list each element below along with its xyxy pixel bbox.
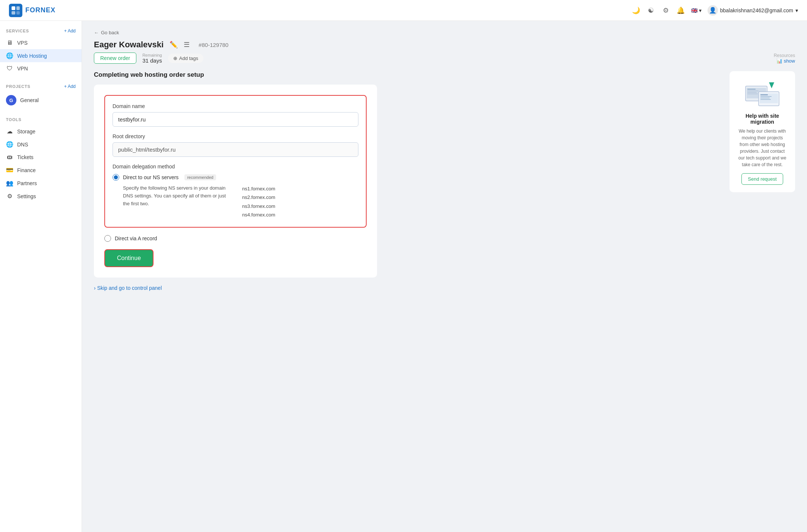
user-menu[interactable]: 👤 bbalakrishnan2462@gmail.com ▾ — [708, 5, 798, 16]
subheader-row: Renew order Remaining 31 days ⊕ Add tags… — [94, 53, 795, 64]
sidebar-item-label: VPN — [17, 66, 28, 72]
sidebar-item-dns[interactable]: 🌐 DNS — [0, 138, 82, 151]
svg-rect-8 — [747, 91, 759, 91]
sidebar-item-tickets[interactable]: 🎟 Tickets — [0, 151, 82, 164]
list-button[interactable]: ☰ — [182, 40, 191, 50]
sidebar-item-storage[interactable]: ☁ Storage — [0, 125, 82, 138]
radio-ns-input[interactable] — [113, 174, 119, 181]
sidebar-tools-header: TOOLS — [0, 117, 82, 122]
header-right: 🌙 ☯ ⚙ 🔔 🇬🇧 ▾ 👤 bbalakrishnan2462@gmail.c… — [632, 5, 798, 16]
page-title: Eager Kowalevski — [94, 40, 164, 50]
radio-a-option[interactable]: Direct via A record — [104, 235, 367, 242]
settings-icon: ⚙ — [6, 193, 13, 200]
migration-illustration — [744, 79, 781, 108]
app-body: SERVICES + Add 🖥 VPS 🌐 Web Hosting 🛡 VPN… — [0, 21, 807, 532]
svg-rect-3 — [16, 6, 20, 10]
ns3: ns3.fornex.com — [242, 202, 275, 210]
domain-name-label: Domain name — [113, 103, 358, 109]
content-row: Completing web hosting order setup Domai… — [94, 71, 795, 291]
partners-icon: 👥 — [6, 180, 13, 187]
domain-name-input[interactable] — [113, 112, 358, 127]
back-arrow-icon: ← — [94, 30, 99, 35]
sidebar-item-finance[interactable]: 💳 Finance — [0, 164, 82, 177]
migration-card: Help with site migration We help our cli… — [730, 71, 795, 192]
radio-a-input[interactable] — [104, 235, 111, 242]
flag-icon: 🇬🇧 — [691, 7, 697, 13]
plus-icon: ⊕ — [173, 56, 177, 61]
sidebar-item-webhosting[interactable]: 🌐 Web Hosting — [0, 49, 82, 62]
sidebar-item-label: General — [20, 97, 39, 103]
skip-link[interactable]: › Skip and go to control panel — [94, 285, 721, 291]
svg-rect-2 — [12, 11, 15, 15]
edit-button[interactable]: ✏️ — [168, 40, 179, 50]
sidebar-tools-section: TOOLS ☁ Storage 🌐 DNS 🎟 Tickets 💳 Financ… — [0, 117, 82, 203]
svg-rect-10 — [747, 94, 758, 94]
form-section-box: Domain name Root directory Domain delega… — [104, 95, 367, 228]
svg-rect-0 — [9, 4, 22, 17]
form-card: Domain name Root directory Domain delega… — [94, 85, 377, 278]
order-id: #80-129780 — [199, 42, 228, 48]
logo-text: FORNEX — [25, 6, 56, 14]
sidebar-item-label: Storage — [17, 129, 35, 134]
tools-label: TOOLS — [6, 117, 22, 122]
header: FORNEX 🌙 ☯ ⚙ 🔔 🇬🇧 ▾ 👤 bbalakrishnan2462@… — [0, 0, 807, 21]
svg-rect-17 — [760, 99, 771, 100]
sidebar-services-section: SERVICES + Add 🖥 VPS 🌐 Web Hosting 🛡 VPN — [0, 28, 82, 75]
moon-icon[interactable]: 🌙 — [632, 6, 640, 15]
add-tags-button[interactable]: ⊕ Add tags — [168, 54, 203, 63]
sidebar-item-label: Settings — [17, 193, 36, 199]
svg-rect-9 — [747, 92, 757, 93]
sidebar-item-general[interactable]: G General — [0, 92, 82, 108]
add-tags-label: Add tags — [179, 56, 198, 61]
chevron-right-icon: › — [94, 285, 96, 291]
resources-show-label: show — [784, 58, 795, 64]
projects-add-button[interactable]: + Add — [64, 84, 76, 89]
sidebar-item-label: Tickets — [17, 154, 34, 160]
yin-yang-icon[interactable]: ☯ — [646, 6, 655, 15]
sidebar-item-vps[interactable]: 🖥 VPS — [0, 37, 82, 49]
remaining-label: Remaining — [142, 53, 162, 57]
user-email: bbalakrishnan2462@gmail.com — [720, 7, 793, 13]
main-col: Completing web hosting order setup Domai… — [94, 71, 721, 291]
finance-icon: 💳 — [6, 167, 13, 174]
storage-icon: ☁ — [6, 128, 13, 135]
remaining-block: Remaining 31 days — [142, 53, 162, 64]
svg-rect-1 — [12, 6, 15, 10]
continue-button[interactable]: Continue — [104, 249, 154, 267]
resources-block: Resources 📊 show — [774, 53, 795, 64]
remaining-value: 31 days — [142, 57, 162, 64]
ns-info-block: Specify the following NS servers in your… — [123, 184, 358, 219]
domain-name-group: Domain name — [113, 103, 358, 127]
sidebar-item-label: DNS — [17, 142, 28, 148]
back-link[interactable]: ← Go back — [94, 30, 795, 35]
language-selector[interactable]: 🇬🇧 ▾ — [691, 7, 702, 13]
notification-icon[interactable]: 🔔 — [676, 6, 685, 15]
services-add-button[interactable]: + Add — [64, 28, 76, 34]
sidebar-item-partners[interactable]: 👥 Partners — [0, 177, 82, 190]
radio-ns-option[interactable]: Direct to our NS servers recommended — [113, 174, 358, 181]
page-header: Eager Kowalevski ✏️ ☰ #80-129780 — [94, 40, 795, 50]
svg-rect-14 — [760, 94, 768, 95]
resources-show-link[interactable]: 📊 show — [774, 58, 795, 64]
user-chevron-icon: ▾ — [795, 7, 798, 13]
sidebar-item-label: Web Hosting — [17, 53, 47, 59]
logo[interactable]: FORNEX — [9, 4, 56, 17]
settings-icon[interactable]: ⚙ — [661, 6, 670, 15]
subheader-left: Renew order Remaining 31 days ⊕ Add tags — [94, 53, 203, 64]
chart-icon: 📊 — [776, 58, 782, 64]
sidebar-item-settings[interactable]: ⚙ Settings — [0, 190, 82, 203]
root-directory-input[interactable] — [113, 142, 358, 157]
sidebar-item-vpn[interactable]: 🛡 VPN — [0, 62, 82, 75]
resources-label: Resources — [774, 53, 795, 58]
renew-order-button[interactable]: Renew order — [94, 53, 136, 64]
skip-label: Skip and go to control panel — [97, 285, 162, 291]
send-request-button[interactable]: Send request — [741, 173, 783, 185]
svg-marker-11 — [769, 82, 774, 88]
tickets-icon: 🎟 — [6, 154, 13, 161]
sidebar-item-label: Partners — [17, 180, 37, 186]
ns-servers: ns1.fornex.com ns2.fornex.com ns3.fornex… — [242, 184, 275, 219]
user-avatar: 👤 — [708, 5, 718, 16]
svg-rect-15 — [760, 96, 772, 97]
delegation-title: Domain delegation method — [113, 164, 358, 170]
root-directory-group: Root directory — [113, 133, 358, 157]
